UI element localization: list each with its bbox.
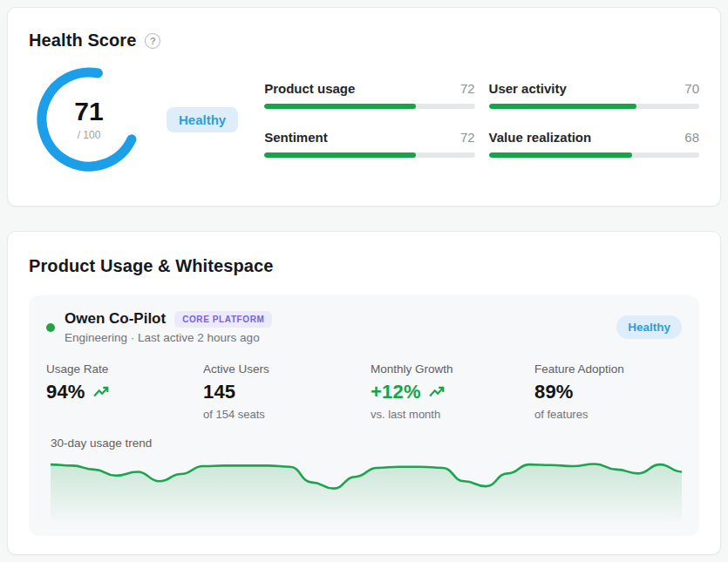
metric-header: Value realization 68 <box>489 130 699 145</box>
metric-header: Sentiment 72 <box>264 130 474 145</box>
trend-chart-label: 30-day usage trend <box>46 437 682 450</box>
metric-value: 70 <box>684 81 699 96</box>
metric-label: User activity <box>489 81 567 96</box>
stat-value-row: 145 <box>203 382 371 403</box>
product-stat: Feature Adoption 89% of features <box>534 362 682 421</box>
health-metric: User activity 70 <box>489 81 699 109</box>
product-identity: Owen Co-Pilot CORE PLATFORM Engineering … <box>65 310 616 344</box>
health-score-gauge: 71 / 100 <box>34 64 144 174</box>
stat-label: Monthly Growth <box>371 362 534 376</box>
stat-subtext: vs. last month <box>371 408 534 421</box>
metric-value: 72 <box>460 130 475 145</box>
metric-label: Sentiment <box>264 130 328 145</box>
product-stats-grid: Usage Rate 94% Active Users 145 of 154 s… <box>46 362 682 421</box>
health-metric: Sentiment 72 <box>264 130 474 158</box>
stat-label: Feature Adoption <box>534 362 682 376</box>
metric-progress-track <box>489 152 699 158</box>
trend-up-icon <box>429 386 445 398</box>
product-usage-card: Product Usage & Whitespace Owen Co-Pilot… <box>7 231 721 555</box>
product-status-badge: Healthy <box>616 315 682 339</box>
product-name: Owen Co-Pilot <box>65 310 166 328</box>
stat-value: 145 <box>203 382 235 403</box>
health-score-value: 71 <box>74 98 103 125</box>
trend-chart-wrap <box>46 457 682 522</box>
product-subcard[interactable]: Owen Co-Pilot CORE PLATFORM Engineering … <box>29 295 699 536</box>
health-status-badge: Healthy <box>167 107 238 132</box>
product-stat: Usage Rate 94% <box>46 362 203 421</box>
stat-label: Usage Rate <box>46 362 203 376</box>
stat-value: 94% <box>46 382 85 403</box>
stat-label: Active Users <box>203 362 371 376</box>
health-score-header: Health Score <box>29 30 699 51</box>
stat-value: 89% <box>534 382 574 403</box>
product-stat: Monthly Growth +12% vs. last month <box>371 362 534 421</box>
metric-label: Product usage <box>264 81 355 96</box>
metric-value: 72 <box>460 81 475 96</box>
metric-progress-fill <box>264 104 416 109</box>
product-name-row: Owen Co-Pilot CORE PLATFORM <box>65 310 616 328</box>
metric-progress-track <box>489 104 699 109</box>
stat-value: +12% <box>371 382 421 403</box>
metric-progress-fill <box>264 152 416 158</box>
metric-progress-fill <box>489 104 636 109</box>
health-score-body: 71 / 100 Healthy Product usage 72 User a… <box>29 64 699 174</box>
metric-value: 68 <box>684 130 699 145</box>
dashboard-page: Health Score 71 / 100 Healthy Product us… <box>7 7 721 555</box>
health-score-max: / 100 <box>78 129 101 141</box>
health-score-title: Health Score <box>29 30 136 51</box>
health-metric: Value realization 68 <box>489 130 699 158</box>
stat-value-row: +12% <box>371 382 534 403</box>
metric-progress-track <box>264 104 474 109</box>
product-header: Owen Co-Pilot CORE PLATFORM Engineering … <box>46 310 682 344</box>
health-metric: Product usage 72 <box>264 81 474 109</box>
stat-value-row: 89% <box>534 382 682 403</box>
health-metrics-grid: Product usage 72 User activity 70 Sentim… <box>264 81 699 158</box>
usage-trend-chart <box>51 457 682 522</box>
stat-subtext: of 154 seats <box>203 408 371 421</box>
metric-progress-track <box>264 152 474 158</box>
product-subtitle: Engineering · Last active 2 hours ago <box>65 331 616 344</box>
metric-label: Value realization <box>489 130 592 145</box>
product-category-badge: CORE PLATFORM <box>174 311 272 328</box>
health-score-card: Health Score 71 / 100 Healthy Product us… <box>7 7 721 207</box>
trend-up-icon <box>93 386 109 398</box>
product-stat: Active Users 145 of 154 seats <box>203 362 371 421</box>
metric-header: User activity 70 <box>489 81 699 96</box>
gauge-center: 71 / 100 <box>34 64 144 174</box>
product-usage-title: Product Usage & Whitespace <box>29 256 699 276</box>
metric-header: Product usage 72 <box>264 81 474 96</box>
help-icon[interactable] <box>145 33 160 49</box>
status-dot-icon <box>46 323 55 332</box>
stat-subtext <box>46 408 203 421</box>
stat-value-row: 94% <box>46 382 203 403</box>
stat-subtext: of features <box>534 408 682 421</box>
metric-progress-fill <box>489 152 632 158</box>
